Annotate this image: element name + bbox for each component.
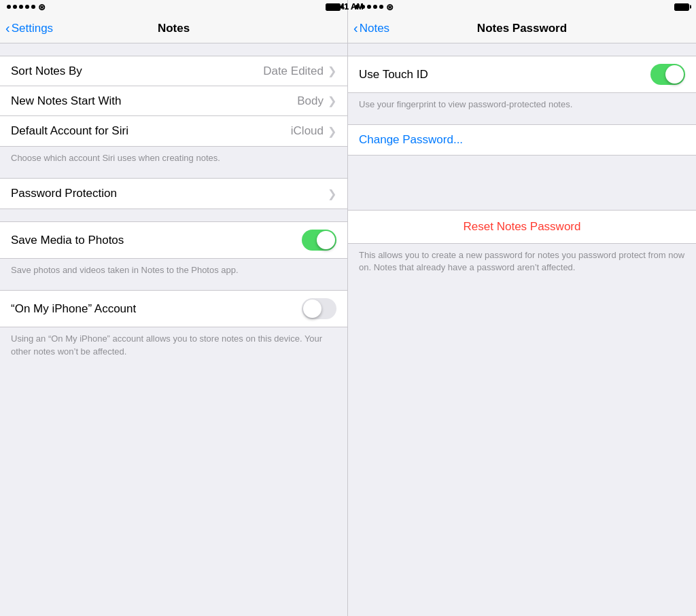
iphone-account-row[interactable]: “On My iPhone” Account: [0, 291, 347, 327]
iphone-description: Using an “On My iPhone” account allows y…: [0, 327, 347, 365]
save-media-toggle[interactable]: [302, 230, 336, 251]
right-time: 9:41 AM: [332, 2, 364, 12]
right-wifi-icon: ⊛: [386, 2, 394, 12]
signal-dots: [7, 5, 35, 9]
change-password-row[interactable]: Change Password...: [348, 125, 696, 155]
iphone-account-group: “On My iPhone” Account: [0, 290, 347, 327]
right-back-button[interactable]: ‹ Notes: [353, 20, 389, 36]
left-settings-content: Sort Notes By Date Edited ❯ New Notes St…: [0, 43, 347, 616]
sort-notes-row[interactable]: Sort Notes By Date Edited ❯: [0, 56, 347, 86]
sort-notes-value: Date Edited: [263, 65, 324, 78]
gap-1: [0, 43, 347, 56]
dot-1: [7, 5, 11, 9]
right-battery-fill: [675, 4, 689, 10]
gap-4: [0, 285, 347, 290]
default-account-label: Default Account for Siri: [11, 124, 128, 138]
right-nav-title: Notes Password: [477, 22, 567, 35]
left-status-bar: ⊛ 9:41 AM: [0, 0, 347, 14]
sort-notes-label: Sort Notes By: [11, 65, 82, 78]
save-media-row[interactable]: Save Media to Photos: [0, 222, 347, 258]
new-notes-right: Body ❯: [297, 94, 336, 108]
password-protection-right: ❯: [328, 187, 336, 200]
gap-2: [0, 173, 347, 178]
right-back-label: Notes: [360, 22, 389, 35]
password-group: Password Protection ❯: [0, 178, 347, 209]
reset-password-group: Reset Notes Password: [348, 210, 696, 244]
iphone-account-toggle[interactable]: [302, 298, 336, 319]
touch-id-toggle-knob: [665, 65, 684, 84]
right-nav-bar: ‹ Notes Notes Password: [348, 14, 696, 43]
default-account-chevron-icon: ❯: [328, 125, 336, 138]
sort-notes-chevron-icon: ❯: [328, 65, 336, 77]
r-dot-4: [373, 5, 377, 9]
left-nav-title: Notes: [158, 22, 190, 35]
new-notes-row[interactable]: New Notes Start With Body ❯: [0, 86, 347, 116]
iphone-account-label: “On My iPhone” Account: [11, 302, 136, 316]
left-phone-panel: ⊛ 9:41 AM ‹ Settings Notes Sort Notes By…: [0, 0, 348, 616]
iphone-account-toggle-knob: [303, 300, 321, 318]
touch-id-row[interactable]: Use Touch ID: [348, 56, 696, 92]
left-back-button[interactable]: ‹ Settings: [5, 20, 53, 36]
touch-id-description: Use your fingerprint to view password-pr…: [348, 93, 696, 119]
right-battery-icon: [674, 3, 689, 11]
right-back-chevron-icon: ‹: [353, 20, 358, 36]
reset-password-button[interactable]: Reset Notes Password: [348, 211, 696, 243]
password-chevron-icon: ❯: [328, 187, 336, 200]
new-notes-label: New Notes Start With: [11, 94, 122, 108]
password-protection-label: Password Protection: [11, 187, 117, 200]
dot-3: [19, 5, 23, 9]
dot-2: [13, 5, 17, 9]
left-back-chevron-icon: ‹: [5, 20, 10, 36]
left-signal: ⊛: [7, 2, 46, 12]
change-password-group: Change Password...: [348, 124, 696, 156]
gap-3: [0, 209, 347, 221]
dot-5: [31, 5, 35, 9]
default-account-value: iCloud: [291, 124, 324, 138]
left-back-label: Settings: [12, 22, 53, 35]
notes-settings-group-1: Sort Notes By Date Edited ❯ New Notes St…: [0, 56, 347, 147]
change-password-link[interactable]: Change Password...: [359, 133, 463, 147]
save-media-label: Save Media to Photos: [11, 234, 124, 247]
sort-notes-right: Date Edited ❯: [263, 65, 336, 78]
reset-description: This allows you to create a new password…: [348, 244, 696, 282]
media-description: Save photos and videos taken in Notes to…: [0, 259, 347, 285]
default-account-row[interactable]: Default Account for Siri iCloud ❯: [0, 116, 347, 146]
default-account-right: iCloud ❯: [291, 124, 336, 138]
wifi-icon: ⊛: [38, 2, 46, 12]
save-media-toggle-knob: [317, 231, 335, 249]
r-gap-1: [348, 43, 696, 56]
password-protection-row[interactable]: Password Protection ❯: [0, 179, 347, 209]
right-phone-panel: ⊛ 9:41 AM ‹ Notes Notes Password Use Tou…: [348, 0, 696, 616]
siri-description: Choose which account Siri uses when crea…: [0, 147, 347, 173]
touch-id-group: Use Touch ID: [348, 56, 696, 93]
touch-id-label: Use Touch ID: [359, 68, 428, 81]
r-dot-5: [379, 5, 383, 9]
r-gap-2: [348, 119, 696, 124]
dot-4: [25, 5, 29, 9]
right-battery: [674, 3, 689, 11]
right-settings-content: Use Touch ID Use your fingerprint to vie…: [348, 43, 696, 616]
new-notes-chevron-icon: ❯: [328, 94, 336, 107]
touch-id-toggle[interactable]: [650, 64, 685, 85]
left-nav-bar: ‹ Settings Notes: [0, 14, 347, 43]
right-status-bar: ⊛ 9:41 AM: [348, 0, 696, 14]
media-group: Save Media to Photos: [0, 221, 347, 259]
r-dot-3: [367, 5, 371, 9]
new-notes-value: Body: [297, 94, 324, 108]
r-gap-3: [348, 156, 696, 210]
